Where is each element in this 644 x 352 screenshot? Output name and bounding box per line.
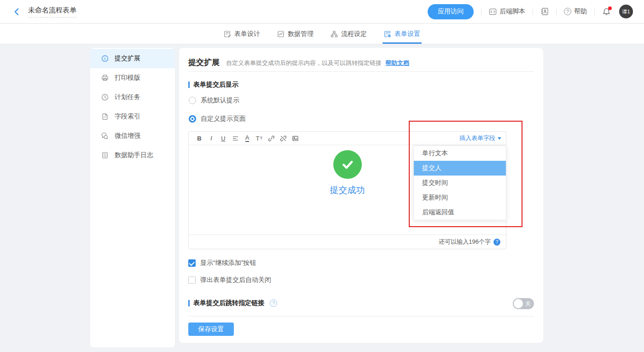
section-title: 表单提交后跳转指定链接 <box>193 299 264 307</box>
help-label: 帮助 <box>574 7 587 16</box>
radio-label: 系统默认提示 <box>201 96 239 105</box>
radio-label: 自定义提示页面 <box>201 115 246 123</box>
check-icon <box>340 157 355 172</box>
clock-icon <box>101 94 109 101</box>
unlink-button[interactable] <box>277 135 289 142</box>
flow-settings-icon <box>331 30 338 38</box>
printer-icon <box>101 74 109 82</box>
contacts-button[interactable] <box>540 7 549 16</box>
radio-system-default[interactable]: 系统默认提示 <box>189 96 239 105</box>
divider <box>481 8 482 15</box>
link-button[interactable] <box>265 135 277 142</box>
caret-down-icon <box>498 137 501 140</box>
tab-flow-settings[interactable]: 流程设定 <box>331 24 367 44</box>
settings-sidebar: 提交扩展 打印模版 计划任务 字段索引 微信增强 <box>90 48 175 347</box>
section-accent-bar <box>188 300 190 306</box>
sidebar-item-label: 字段索引 <box>115 112 140 121</box>
underline-button[interactable]: U <box>217 135 229 142</box>
redirect-toggle-off[interactable]: 关 <box>513 298 534 309</box>
insert-form-field-dropdown[interactable]: 插入表单字段 <box>459 134 501 142</box>
font-size-large: T <box>256 135 260 142</box>
font-size-small: T <box>260 136 263 141</box>
checkbox-auto-close[interactable]: 弹出表单提交后自动关闭 <box>188 276 271 284</box>
tab-label: 数据管理 <box>288 30 313 38</box>
divider <box>533 8 533 15</box>
bold-button[interactable]: B <box>193 135 205 142</box>
checkbox-checked-icon[interactable] <box>188 259 196 267</box>
toggle-label: 关 <box>525 298 531 309</box>
tab-form-settings[interactable]: 表单设置 <box>384 24 420 44</box>
divider <box>188 316 534 317</box>
form-field-dropdown-menu: 单行文本 提交人 提交时间 更新时间 后端返回值 <box>413 146 506 220</box>
log-icon <box>101 152 109 159</box>
redirect-section-header: 表单提交后跳转指定链接 ? <box>188 299 277 307</box>
divider <box>188 71 534 72</box>
help-icon: ? <box>564 8 571 15</box>
top-bar: 未命名流程表单 应用访问 后端脚本 ? 帮助 <box>0 0 644 23</box>
checkbox-show-continue-add[interactable]: 显示“继续添加”按钮 <box>188 259 256 267</box>
divider <box>556 8 557 15</box>
notification-bell[interactable] <box>602 7 611 16</box>
radio-custom-page[interactable]: 自定义提示页面 <box>189 115 246 123</box>
sidebar-item-data-assistant-log[interactable]: 数据助手日志 <box>90 146 175 165</box>
tab-label: 表单设置 <box>395 30 420 38</box>
tab-bar: 表单设计 数据管理 流程设定 表单设置 <box>0 24 644 44</box>
char-counter: 还可以输入196个字 <box>439 238 491 246</box>
dropdown-item-submitter[interactable]: 提交人 <box>414 161 506 176</box>
font-size-button[interactable]: T T <box>253 135 265 142</box>
contacts-icon <box>540 7 549 16</box>
sidebar-item-label: 打印模版 <box>115 74 140 82</box>
tab-data-management[interactable]: 数据管理 <box>277 24 313 44</box>
sidebar-item-label: 计划任务 <box>115 93 140 101</box>
align-button[interactable] <box>229 135 241 142</box>
radio-icon[interactable] <box>189 97 196 104</box>
section-title: 表单提交后显示 <box>193 81 238 89</box>
sidebar-item-print-template[interactable]: 打印模版 <box>90 68 175 88</box>
form-settings-icon <box>384 30 391 38</box>
font-color-button[interactable]: A <box>241 135 253 142</box>
checkbox-unchecked-icon[interactable] <box>188 276 196 284</box>
dropdown-item-backend-return-value[interactable]: 后端返回值 <box>414 205 506 220</box>
redirect-help-icon[interactable]: ? <box>270 299 277 307</box>
help-button[interactable]: ? 帮助 <box>564 7 587 16</box>
checkbox-label: 弹出表单提交后自动关闭 <box>200 276 271 284</box>
divider <box>594 8 595 15</box>
sidebar-item-field-index[interactable]: 字段索引 <box>90 107 175 126</box>
code-icon <box>489 8 497 16</box>
sidebar-item-label: 数据助手日志 <box>115 151 153 159</box>
sidebar-item-submit-extension[interactable]: 提交扩展 <box>90 49 175 68</box>
radio-icon-selected[interactable] <box>189 115 196 123</box>
help-doc-link[interactable]: 帮助文档 <box>385 59 409 67</box>
backend-script-button[interactable]: 后端脚本 <box>489 7 525 16</box>
sidebar-item-wechat-enhance[interactable]: 微信增强 <box>90 126 175 146</box>
dropdown-item-update-time[interactable]: 更新时间 <box>414 190 506 205</box>
page: 未命名流程表单 应用访问 后端脚本 ? 帮助 <box>0 0 644 352</box>
sidebar-item-scheduled-tasks[interactable]: 计划任务 <box>90 88 175 107</box>
back-button[interactable] <box>13 8 21 16</box>
display-section-header: 表单提交后显示 <box>188 81 238 89</box>
submit-extension-panel: 提交扩展 自定义表单提交成功后的提示内容，以及可以跳转指定链接 帮助文档 表单提… <box>179 48 543 343</box>
toggle-knob <box>514 299 523 308</box>
checkbox-label: 显示“继续添加”按钮 <box>200 259 256 267</box>
editor-toolbar: B I U A T T <box>189 132 506 145</box>
counter-help-icon[interactable]: ? <box>493 239 500 246</box>
dropdown-item-single-line-text[interactable]: 单行文本 <box>414 146 506 161</box>
save-settings-button[interactable]: 保存设置 <box>188 323 234 336</box>
tab-label: 表单设计 <box>234 30 260 38</box>
sidebar-item-label: 提交扩展 <box>115 54 140 63</box>
italic-button[interactable]: I <box>205 135 217 142</box>
image-button[interactable] <box>289 135 301 142</box>
form-design-icon <box>224 30 231 38</box>
app-access-button[interactable]: 应用访问 <box>428 4 474 19</box>
sidebar-item-label: 微信增强 <box>115 132 140 140</box>
page-title: 提交扩展 <box>188 57 220 68</box>
page-subtitle: 自定义表单提交成功后的提示内容，以及可以跳转指定链接 <box>226 59 382 67</box>
notification-badge <box>608 6 612 10</box>
tab-form-design[interactable]: 表单设计 <box>224 24 260 44</box>
insert-form-field-label: 插入表单字段 <box>459 134 495 142</box>
form-title[interactable]: 未命名流程表单 <box>28 6 76 18</box>
info-icon <box>101 55 109 62</box>
dropdown-item-submit-time[interactable]: 提交时间 <box>414 176 506 190</box>
success-check-circle <box>333 150 362 179</box>
user-avatar[interactable]: 谭1 <box>619 5 633 18</box>
